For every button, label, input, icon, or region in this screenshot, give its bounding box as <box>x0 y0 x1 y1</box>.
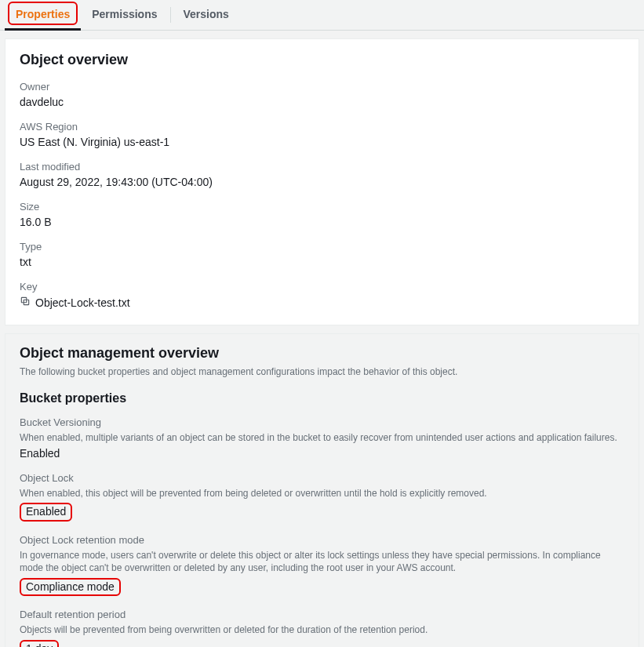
last-modified-value: August 29, 2022, 19:43:00 (UTC-04:00) <box>20 176 624 188</box>
object-lock-value: Enabled <box>20 503 72 522</box>
mgmt-subtitle: The following bucket properties and obje… <box>20 366 624 377</box>
key-value: Object-Lock-test.txt <box>35 296 130 309</box>
object-lock-desc: When enabled, this object will be preven… <box>20 487 624 500</box>
tab-permissions-label: Permissions <box>92 8 157 20</box>
tab-separator <box>170 7 171 23</box>
object-lock-label: Object Lock <box>20 472 624 484</box>
retention-period-value: 1 day <box>20 640 59 647</box>
field-object-lock: Object Lock When enabled, this object wi… <box>20 472 624 522</box>
tab-permissions[interactable]: Permissions <box>81 0 168 28</box>
region-label: AWS Region <box>20 121 624 133</box>
field-retention-period: Default retention period Objects will be… <box>20 609 624 647</box>
size-value: 16.0 B <box>20 216 624 228</box>
tabs-bar: Properties Permissions Versions <box>0 0 644 31</box>
tab-properties-label: Properties <box>16 8 70 20</box>
owner-label: Owner <box>20 81 624 93</box>
versioning-desc: When enabled, multiple variants of an ob… <box>20 431 624 444</box>
field-retention-mode: Object Lock retention mode In governance… <box>20 534 624 596</box>
field-bucket-versioning: Bucket Versioning When enabled, multiple… <box>20 416 624 460</box>
field-last-modified: Last modified August 29, 2022, 19:43:00 … <box>20 161 624 188</box>
versioning-value: Enabled <box>20 447 624 460</box>
copy-icon[interactable] <box>20 296 31 309</box>
versioning-label: Bucket Versioning <box>20 416 624 428</box>
tab-properties[interactable]: Properties <box>5 0 81 31</box>
page-root: Properties Permissions Versions Object o… <box>0 0 644 647</box>
object-overview-title: Object overview <box>20 52 624 68</box>
object-overview-panel: Object overview Owner davdeluc AWS Regio… <box>5 38 639 325</box>
mgmt-title: Object management overview <box>20 345 624 362</box>
field-type: Type txt <box>20 241 624 268</box>
object-management-panel: Object management overview The following… <box>5 333 639 647</box>
region-value: US East (N. Virginia) us-east-1 <box>20 136 624 148</box>
key-row: Object-Lock-test.txt <box>20 296 624 309</box>
retention-mode-desc: In governance mode, users can't overwrit… <box>20 549 624 574</box>
type-value: txt <box>20 256 624 268</box>
retention-mode-label: Object Lock retention mode <box>20 534 624 546</box>
field-size: Size 16.0 B <box>20 201 624 228</box>
owner-value: davdeluc <box>20 96 624 108</box>
field-key: Key Object-Lock-test.txt <box>20 281 624 309</box>
field-owner: Owner davdeluc <box>20 81 624 108</box>
field-region: AWS Region US East (N. Virginia) us-east… <box>20 121 624 148</box>
bucket-properties-title: Bucket properties <box>20 391 624 405</box>
last-modified-label: Last modified <box>20 161 624 173</box>
retention-mode-value: Compliance mode <box>20 578 121 597</box>
type-label: Type <box>20 241 624 253</box>
retention-period-desc: Objects will be prevented from being ove… <box>20 623 624 636</box>
size-label: Size <box>20 201 624 213</box>
tab-versions-label: Versions <box>184 8 229 20</box>
retention-period-label: Default retention period <box>20 609 624 620</box>
key-label: Key <box>20 281 624 293</box>
tab-versions[interactable]: Versions <box>173 0 240 28</box>
